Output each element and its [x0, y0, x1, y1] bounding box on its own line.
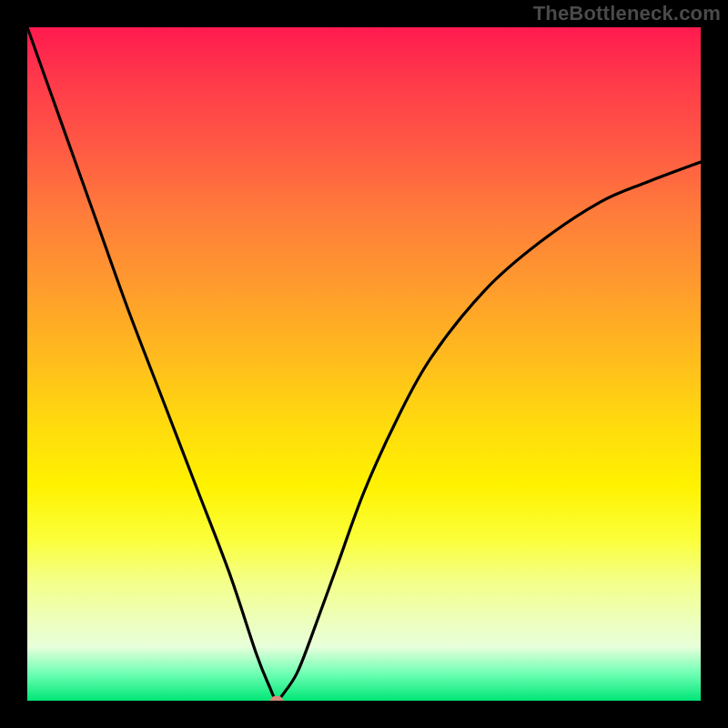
watermark-text: TheBottleneck.com — [533, 2, 721, 25]
bottleneck-curve — [27, 27, 701, 701]
minimum-marker — [270, 696, 283, 701]
plot-area — [27, 27, 701, 701]
chart-frame: TheBottleneck.com — [0, 0, 728, 728]
